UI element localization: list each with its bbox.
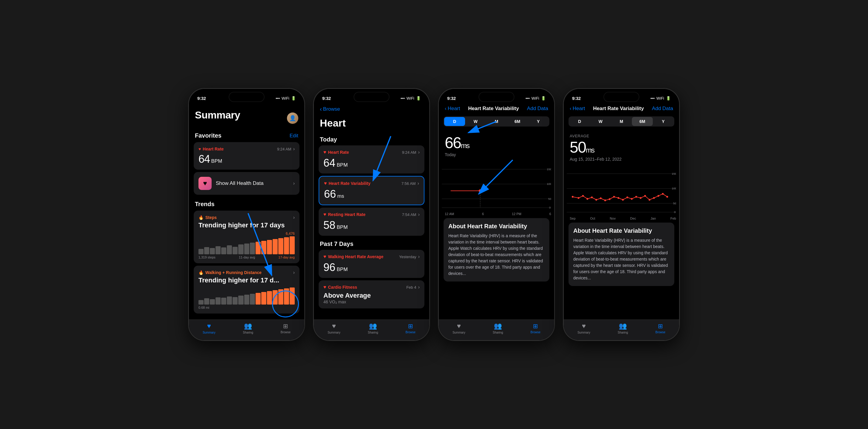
x-label-3-3: 6 — [549, 212, 551, 216]
svg-point-38 — [640, 197, 642, 199]
svg-point-31 — [609, 198, 610, 200]
svg-point-29 — [600, 197, 602, 199]
rhr-metric[interactable]: ♥ Resting Heart Rate 7:54 AM › 58 BPM — [319, 208, 425, 236]
hrv-unit-4: ms — [586, 146, 594, 154]
rhr-metric-title: Resting Heart Rate — [328, 212, 366, 217]
distance-value: 0.68 mi — [198, 306, 209, 309]
add-data-btn-3[interactable]: Add Data — [527, 106, 548, 112]
signal-icon: ▪▪▪ — [276, 96, 280, 101]
hrv-unit-3: ms — [461, 142, 469, 150]
signal-icon-3: ▪▪▪ — [525, 96, 530, 101]
seg-y-3[interactable]: Y — [528, 117, 549, 126]
tab-sharing-4[interactable]: 👥 Sharing — [618, 322, 628, 334]
battery-icon-4: 🔋 — [666, 96, 671, 101]
hrv-chart-4: 150 100 50 0 — [567, 165, 676, 219]
tab-summary-4[interactable]: ♥ Summary — [578, 322, 590, 334]
steps-title: Steps — [205, 215, 217, 220]
hrv-date-4: Aug 15, 2021–Feb 12, 2022 — [570, 157, 673, 162]
hr-chevron: › — [418, 150, 420, 155]
summary-tab-icon-2: ♥ — [332, 322, 336, 330]
seg-d-4[interactable]: D — [569, 117, 590, 126]
tab-sharing-2[interactable]: 👥 Sharing — [368, 322, 378, 334]
seg-y-4[interactable]: Y — [653, 117, 674, 126]
heart-back-btn-3[interactable]: ‹ Heart — [445, 106, 460, 112]
seg-w-4[interactable]: W — [590, 117, 611, 126]
favorites-header: Favorites Edit — [189, 132, 304, 139]
status-icons-4: ▪▪▪ WiFi 🔋 — [650, 96, 671, 101]
battery-icon-3: 🔋 — [541, 96, 546, 101]
heart-rate-metric[interactable]: ♥ Heart Rate 9:24 AM › 64 BPM — [319, 145, 425, 173]
x-label-4-1: Oct — [590, 217, 595, 220]
hrv-title-4: Heart Rate Variability — [593, 106, 644, 112]
whr-metric-value: 96 — [323, 261, 335, 274]
tab-summary-1[interactable]: ♥ Summary — [203, 322, 216, 334]
avatar[interactable]: 👤 — [287, 113, 298, 124]
seg-m-4[interactable]: M — [611, 117, 632, 126]
summary-tab-label-3: Summary — [453, 331, 465, 334]
x-label-4-3: Dec — [630, 217, 636, 220]
cardio-metric-value: Above Average — [323, 292, 371, 299]
hrv-nav-4: ‹ Heart Heart Rate Variability Add Data — [564, 103, 679, 114]
steps-trend-card[interactable]: 🔥 Steps › Trending higher for 17 days 6,… — [194, 210, 300, 263]
tab-browse-4[interactable]: ⊞ Browse — [655, 322, 665, 334]
tab-summary-3[interactable]: ♥ Summary — [453, 322, 465, 334]
cardio-metric[interactable]: ♥ Cardio Fitness Feb 4 › Above Average 4… — [319, 280, 425, 309]
x-label-3-1: 6 — [482, 212, 484, 216]
wifi-icon-4: WiFi — [656, 96, 664, 101]
browse-back-btn[interactable]: ‹ Browse — [320, 106, 340, 113]
tab-browse-1[interactable]: ⊞ Browse — [281, 322, 290, 334]
steps-chevron: › — [293, 215, 295, 220]
sharing-tab-icon-4: 👥 — [619, 322, 627, 330]
tab-sharing-1[interactable]: 👥 Sharing — [243, 322, 253, 334]
hr-metric-unit: BPM — [337, 162, 348, 168]
dynamic-island-4 — [603, 92, 639, 102]
add-data-btn-4[interactable]: Add Data — [652, 106, 673, 112]
svg-text:50: 50 — [548, 197, 551, 200]
steps-icon: 🔥 — [198, 215, 204, 220]
distance-trend-card[interactable]: 🔥 Walking + Running Distance › Trending … — [194, 266, 300, 314]
status-time-1: 9:32 — [197, 96, 206, 101]
seg-w-3[interactable]: W — [465, 117, 486, 126]
whr-metric[interactable]: ♥ Walking Heart Rate Average Yesterday ›… — [319, 250, 425, 278]
phone-2: 9:32 ▪▪▪ WiFi 🔋 ‹ Browse Heart Today — [313, 88, 430, 341]
seg-6m-3[interactable]: 6M — [507, 117, 528, 126]
hrv-date-3: Today — [445, 152, 548, 157]
tab-summary-2[interactable]: ♥ Summary — [328, 322, 340, 334]
tab-browse-3[interactable]: ⊞ Browse — [531, 322, 540, 334]
svg-point-30 — [604, 200, 606, 201]
sharing-tab-label-4: Sharing — [618, 331, 628, 334]
rhr-icon: ♥ — [323, 212, 327, 217]
svg-point-34 — [622, 199, 624, 201]
svg-text:100: 100 — [672, 187, 676, 190]
tab-browse-2[interactable]: ⊞ Browse — [406, 322, 415, 334]
about-title-4: About Heart Rate Variability — [573, 227, 670, 234]
chart-area-4: 150 100 50 0 — [567, 165, 676, 220]
hrv-metric[interactable]: ♥ Heart Rate Variability 7:56 AM › 66 ms — [319, 176, 425, 205]
rhr-chevron: › — [418, 212, 420, 217]
sharing-tab-label: Sharing — [243, 331, 253, 334]
hrv-chart-3: 150 100 50 0 — [442, 160, 551, 214]
rhr-metric-unit: BPM — [337, 224, 348, 230]
svg-text:50: 50 — [673, 202, 676, 205]
svg-point-32 — [613, 196, 615, 198]
wifi-icon-3: WiFi — [531, 96, 539, 101]
about-title-3: About Heart Rate Variability — [448, 223, 545, 230]
svg-text:150: 150 — [547, 168, 551, 171]
phone-3: 9:32 ▪▪▪ WiFi 🔋 ‹ Heart Heart Rate Varia… — [438, 88, 555, 341]
svg-text:0: 0 — [674, 210, 676, 213]
heart-rate-card[interactable]: ♥ Heart Rate 9:24 AM › 64 BPM — [194, 142, 300, 170]
distance-chevron: › — [293, 270, 295, 275]
heart-rate-icon: ♥ — [198, 147, 201, 151]
summary-tab-label-4: Summary — [578, 331, 590, 334]
hrv-value-section-3: 66ms Today — [439, 129, 554, 157]
heart-back-btn-4[interactable]: ‹ Heart — [570, 106, 585, 112]
steps-min-label: 1,319 steps — [198, 256, 216, 259]
seg-6m-4[interactable]: 6M — [632, 117, 653, 126]
show-all-card[interactable]: ♥ Show All Health Data › — [194, 172, 300, 195]
edit-button[interactable]: Edit — [290, 133, 298, 139]
seg-m-3[interactable]: M — [486, 117, 507, 126]
tab-sharing-3[interactable]: 👥 Sharing — [493, 322, 503, 334]
svg-point-37 — [635, 196, 637, 198]
wifi-icon: WiFi — [282, 96, 289, 101]
seg-d-3[interactable]: D — [444, 117, 465, 126]
